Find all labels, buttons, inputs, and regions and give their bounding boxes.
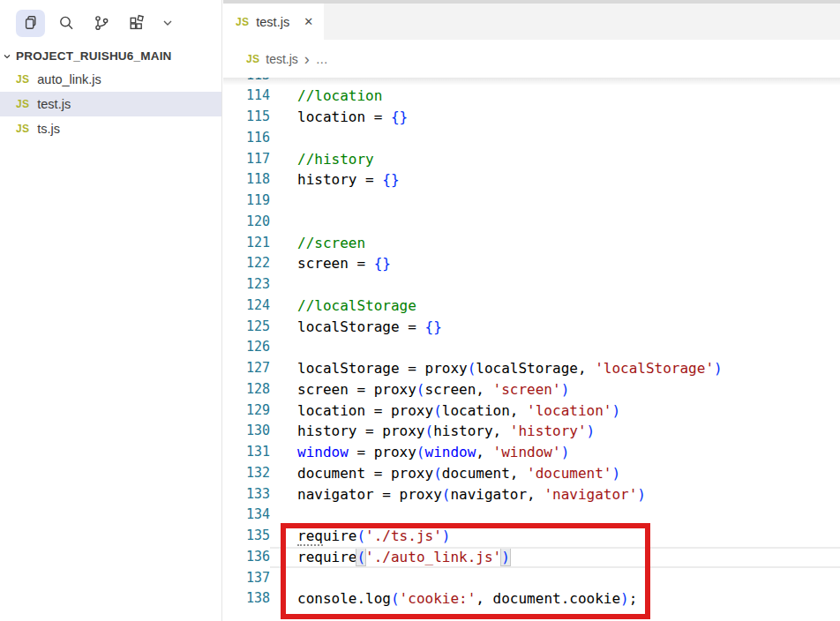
code-text: //screen [270,233,365,254]
js-file-icon: JS [16,98,29,110]
code-line-114[interactable]: 114//location [223,86,840,107]
code-text: localStorage = {} [270,317,442,338]
code-text: //history [270,149,374,170]
code-line-122[interactable]: 122screen = {} [223,253,840,274]
code-line-127[interactable]: 127localStorage = proxy(localStorage, 'l… [223,358,840,379]
line-number[interactable]: 125 [223,317,270,338]
extensions-icon[interactable] [122,10,151,37]
code-text: window = proxy(window, 'window') [270,442,569,463]
code-text: //location [270,86,382,107]
code-editor[interactable]: 113114//location115location = {}116117//… [223,78,840,621]
code-text [270,128,297,149]
code-line-124[interactable]: 124//localStorage [223,296,840,317]
line-number[interactable]: 118 [223,169,270,191]
code-text: document = proxy(document, 'document') [270,463,620,484]
code-line-129[interactable]: 129location = proxy(location, 'location'… [223,400,840,422]
line-number[interactable]: 122 [223,253,270,274]
code-text [270,337,297,358]
line-number[interactable]: 136 [223,547,270,568]
line-number[interactable]: 119 [223,191,270,212]
sidebar: PROJECT_RUISHU6_MAIN JSauto_link.jsJStes… [0,0,222,621]
code-line-120[interactable]: 120 [223,212,840,233]
line-number[interactable]: 129 [223,400,270,422]
project-folder-header[interactable]: PROJECT_RUISHU6_MAIN [0,44,221,67]
file-item-auto_link.js[interactable]: JSauto_link.js [0,67,221,92]
file-item-ts.js[interactable]: JSts.js [0,116,221,141]
code-text: history = {} [270,169,400,191]
line-number[interactable]: 130 [223,421,270,442]
close-icon[interactable]: ✕ [304,15,313,28]
line-number[interactable]: 131 [223,442,270,463]
line-number[interactable]: 115 [223,107,270,128]
code-text: history = proxy(history, 'history') [270,421,595,442]
line-number[interactable]: 127 [223,358,270,379]
tab-testjs[interactable]: JS test.js ✕ [223,4,324,40]
line-number[interactable]: 121 [223,233,270,254]
breadcrumb-file[interactable]: test.js [266,52,298,66]
code-line-135[interactable]: 135require('./ts.js') [223,526,840,547]
code-line-128[interactable]: 128screen = proxy(screen, 'screen') [223,379,840,400]
chevron-down-icon[interactable] [157,10,178,37]
line-number[interactable]: 138 [223,588,270,610]
code-line-123[interactable]: 123 [223,274,840,296]
code-text [270,274,297,296]
source-control-icon[interactable] [86,10,116,37]
line-number[interactable]: 128 [223,379,270,400]
js-file-icon: JS [16,73,29,86]
code-line-136[interactable]: 136require('./auto_link.js') [223,547,840,568]
code-line-125[interactable]: 125localStorage = {} [223,317,840,338]
js-file-icon: JS [16,123,29,135]
file-name: auto_link.js [37,72,101,86]
line-number[interactable]: 137 [223,568,270,589]
tab-label: test.js [256,15,289,29]
code-line-113[interactable]: 113 [223,78,840,86]
code-text [270,568,297,589]
code-text: require('./ts.js') [270,526,450,547]
line-number[interactable]: 113 [223,78,270,86]
code-line-134[interactable]: 134 [223,505,840,526]
code-text: location = proxy(location, 'location') [270,400,620,422]
code-text: screen = proxy(screen, 'screen') [270,379,569,400]
code-line-137[interactable]: 137 [223,568,840,589]
line-number[interactable]: 117 [223,149,270,170]
code-text [270,505,297,526]
code-line-130[interactable]: 130history = proxy(history, 'history') [223,421,840,442]
file-item-test.js[interactable]: JStest.js [0,92,221,116]
tab-bar: JS test.js ✕ [223,4,840,40]
code-line-132[interactable]: 132document = proxy(document, 'document'… [223,463,840,484]
explorer-icon[interactable] [16,10,45,37]
file-name: test.js [37,97,71,111]
line-number[interactable]: 126 [223,337,270,358]
editor-group: JS test.js ✕ JS test.js › … 113114//loca… [223,0,840,621]
code-line-138[interactable]: 138console.log('cookie:', document.cooki… [223,588,840,610]
search-icon[interactable] [51,10,80,37]
activity-bar [0,0,221,44]
code-text: screen = {} [270,253,391,274]
line-number[interactable]: 123 [223,274,270,296]
line-number[interactable]: 114 [223,86,270,107]
code-line-131[interactable]: 131window = proxy(window, 'window') [223,442,840,463]
code-text [270,78,297,86]
line-number[interactable]: 120 [223,212,270,233]
line-number[interactable]: 116 [223,128,270,149]
project-folder-label: PROJECT_RUISHU6_MAIN [16,49,172,63]
code-line-133[interactable]: 133navigator = proxy(navigator, 'navigat… [223,484,840,505]
line-number[interactable]: 133 [223,484,270,505]
code-line-117[interactable]: 117//history [223,149,840,170]
line-number[interactable]: 132 [223,463,270,484]
code-line-121[interactable]: 121//screen [223,233,840,254]
code-text: console.log('cookie:', document.cookie); [270,588,637,610]
code-line-115[interactable]: 115location = {} [223,107,840,128]
line-number[interactable]: 124 [223,296,270,317]
line-number[interactable]: 134 [223,505,270,526]
code-line-119[interactable]: 119 [223,191,840,212]
file-list: JSauto_link.jsJStest.jsJSts.js [0,67,221,141]
code-line-116[interactable]: 116 [223,128,840,149]
line-number[interactable]: 135 [223,526,270,547]
code-text: localStorage = proxy(localStorage, 'loca… [270,358,723,379]
code-text [270,191,297,212]
chevron-right-icon: › [304,53,310,65]
code-line-118[interactable]: 118history = {} [223,169,840,191]
code-line-126[interactable]: 126 [223,337,840,358]
breadcrumb-symbol[interactable]: … [316,52,328,66]
